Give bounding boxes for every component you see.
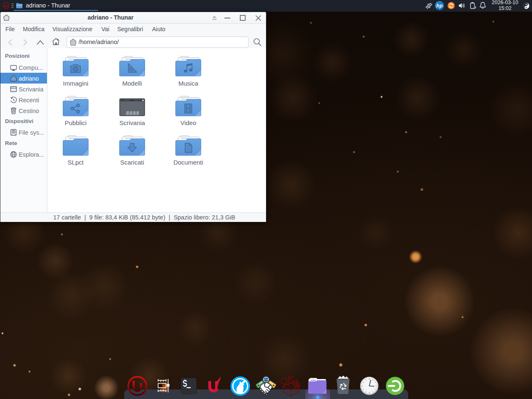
svg-text:hp: hp <box>436 3 443 9</box>
